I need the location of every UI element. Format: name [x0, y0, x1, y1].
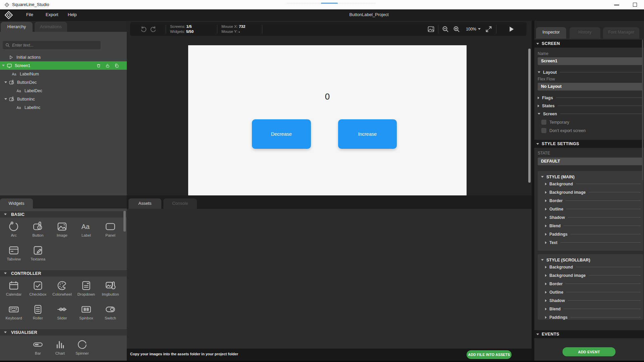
tab-font-manager[interactable]: Font Manager [603, 27, 639, 39]
tab-inspector[interactable]: Inspector [536, 27, 566, 39]
screen-section-header[interactable]: SCREEN [534, 40, 644, 48]
svg-text:Aa: Aa [82, 223, 90, 230]
widget-keyboard[interactable]: Keyboard [2, 303, 26, 323]
widget-section-header-controller[interactable]: CONTROLLER [0, 270, 127, 277]
expander-icon[interactable] [2, 65, 5, 66]
flex-flow-input[interactable]: No Layout [538, 83, 642, 90]
tree-item-labelnum[interactable]: AaLabelNum [0, 70, 127, 78]
widget-imgbutton[interactable]: Imgbutton [98, 279, 122, 300]
expand-icon[interactable] [485, 25, 493, 33]
dont-export-checkbox[interactable] [541, 128, 546, 133]
search-input[interactable] [12, 41, 98, 49]
widget-section-header-basic[interactable]: BASIC [0, 211, 127, 218]
style-item-border[interactable]: Border [538, 196, 643, 205]
zoom-out-icon[interactable] [441, 25, 449, 33]
inspector-scrollbar[interactable] [642, 40, 643, 180]
tree-item-buttoninc[interactable]: ButtonInc [0, 95, 127, 103]
add-file-into-assets-button[interactable]: ADD FILE INTO ASSETS [467, 350, 512, 359]
states-group-row[interactable]: States [538, 103, 642, 109]
undo-icon[interactable] [139, 25, 147, 33]
tree-item-initial-actions[interactable]: Initial actions [0, 53, 127, 61]
widget-section-header-visualiser[interactable]: VISUALISER [0, 329, 127, 336]
copy-icon[interactable] [114, 63, 119, 68]
widget-panel[interactable]: Panel [98, 220, 122, 241]
layout-group-row[interactable]: Layout [538, 69, 642, 75]
style-panel-title[interactable]: STYLE (MAIN) [538, 171, 643, 180]
unlock-icon[interactable] [105, 63, 110, 68]
style-settings-header[interactable]: STYLE SETTINGS [534, 140, 644, 148]
tab-history[interactable]: History [570, 27, 600, 39]
widget-spinner[interactable]: Spinner [71, 338, 93, 359]
widget-calendar[interactable]: Calendar [2, 279, 26, 300]
widgets-scrollbar[interactable] [123, 211, 126, 232]
toolbar-separator [496, 25, 496, 34]
menu-help[interactable]: Help [68, 12, 77, 17]
tree-item-labeldec[interactable]: AaLabelDec [0, 86, 127, 95]
tab-console[interactable]: Console [163, 198, 197, 209]
zoom-in-icon[interactable] [452, 25, 461, 33]
increase-button[interactable]: Increase [338, 119, 397, 149]
maximize-button[interactable] [631, 1, 639, 8]
widget-roller[interactable]: Roller [26, 303, 50, 323]
widget-label[interactable]: AaLabel [74, 220, 98, 241]
style-item-background-image[interactable]: Background image [538, 271, 643, 280]
widget-spinbox[interactable]: Spinbox [74, 303, 98, 323]
design-screen[interactable]: 0 Decrease Increase [188, 45, 467, 195]
style-item-shadow[interactable]: Shadow [538, 213, 643, 222]
events-header[interactable]: EVENTS [534, 330, 644, 338]
style-item-text[interactable]: Text [538, 238, 643, 247]
style-item-blend[interactable]: Blend [538, 305, 643, 313]
menu-file[interactable]: File [26, 12, 33, 17]
widget-button[interactable]: Button [26, 220, 50, 241]
style-item-background-image[interactable]: Background image [538, 188, 643, 196]
zoom-level[interactable]: 100% [466, 27, 476, 32]
widget-tabview[interactable]: Tabview [2, 244, 26, 264]
decrease-button[interactable]: Decrease [252, 119, 311, 149]
play-icon[interactable] [507, 25, 515, 33]
tree-item-buttondec[interactable]: ButtonDec [0, 78, 127, 86]
add-event-button[interactable]: ADD EVENT [562, 347, 615, 356]
expander-icon[interactable] [4, 81, 7, 83]
widget-switch[interactable]: Switch [98, 303, 122, 323]
temporary-checkbox[interactable] [541, 120, 546, 125]
style-panel-title[interactable]: STYLE (SCROLLBAR) [538, 254, 643, 263]
minimize-button[interactable] [613, 1, 621, 8]
style-item-paddings[interactable]: Paddings [538, 230, 643, 238]
menu-export[interactable]: Export [46, 12, 58, 17]
widget-textarea[interactable]: Textarea [26, 244, 50, 264]
style-item-outline[interactable]: Outline [538, 205, 643, 213]
style-item-border[interactable]: Border [538, 280, 643, 288]
tab-hierarchy[interactable]: Hierarchy [1, 22, 33, 32]
fit-image-icon[interactable] [427, 25, 435, 33]
widget-bar[interactable]: Bar [27, 338, 49, 359]
state-dropdown[interactable]: DEFAULT [538, 158, 642, 165]
tab-animations[interactable]: Animations [35, 22, 67, 32]
tree-item-labelinc[interactable]: AaLabelInc [0, 103, 127, 112]
widget-checkbox[interactable]: Checkbox [26, 279, 50, 300]
widget-chart[interactable]: Chart [49, 338, 71, 359]
widget-slider[interactable]: Slider [50, 303, 74, 323]
zoom-dropdown-caret-icon[interactable] [478, 28, 481, 30]
tab-widgets[interactable]: Widgets [0, 198, 33, 208]
trash-icon[interactable] [96, 63, 101, 68]
style-item-background[interactable]: Background [538, 180, 643, 188]
widget-arc[interactable]: Arc [2, 220, 26, 241]
screen-group-row[interactable]: Screen [538, 111, 642, 117]
style-item-shadow[interactable]: Shadow [538, 296, 643, 305]
counter-label[interactable]: 0 [188, 92, 467, 102]
tree-item-screen1[interactable]: Screen1 [0, 61, 127, 70]
widget-colorwheel[interactable]: Colorwheel [50, 279, 74, 300]
style-item-blend[interactable]: Blend [538, 222, 643, 230]
style-item-outline[interactable]: Outline [538, 288, 643, 296]
style-item-paddings[interactable]: Paddings [538, 313, 643, 321]
redo-icon[interactable] [150, 25, 158, 33]
widget-image[interactable]: Image [50, 220, 74, 241]
widget-dropdown[interactable]: Dropdown [74, 279, 98, 300]
canvas-scrollbar[interactable] [528, 49, 531, 183]
flags-group-row[interactable]: Flags [538, 95, 642, 101]
tab-assets[interactable]: Assets [128, 198, 161, 209]
svg-text:Aa: Aa [17, 88, 21, 93]
name-input[interactable]: Screen1 [538, 57, 642, 65]
expander-icon[interactable] [4, 98, 7, 100]
style-item-background[interactable]: Background [538, 263, 643, 271]
